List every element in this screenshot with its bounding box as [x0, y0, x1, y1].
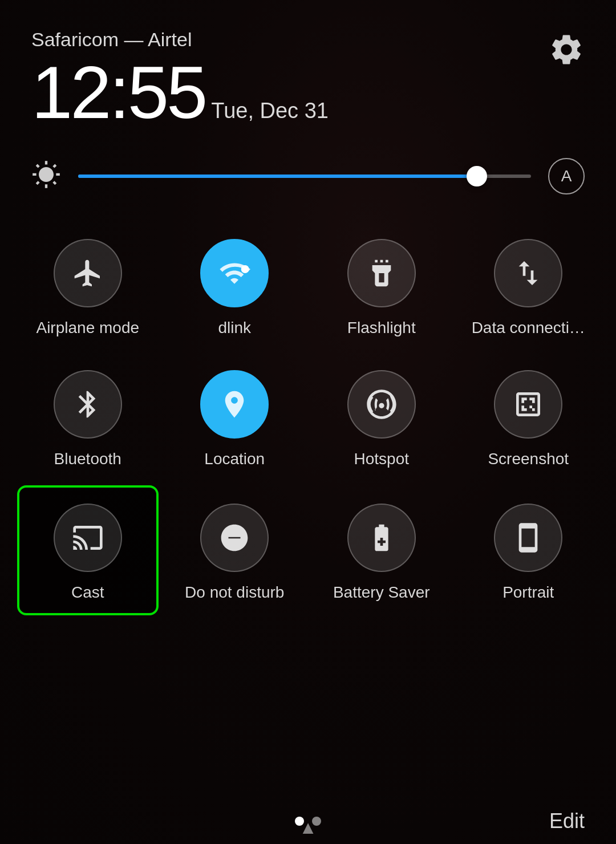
flashlight-icon	[366, 257, 398, 289]
battery-saver-label: Battery Saver	[333, 583, 430, 602]
carrier-text: Safaricom — Airtel	[31, 29, 585, 51]
airplane-icon	[72, 257, 104, 289]
bluetooth-icon-wrap	[54, 370, 122, 439]
quick-tiles-area: Airplane mode dlink Fl	[0, 212, 616, 810]
cast-icon	[72, 522, 104, 554]
do-not-disturb-icon-wrap	[200, 504, 269, 572]
wifi-icon	[218, 257, 250, 289]
portrait-icon-wrap	[494, 504, 562, 572]
up-arrow-indicator: ▲	[299, 817, 317, 838]
tile-battery-saver[interactable]: Battery Saver	[311, 485, 452, 615]
wifi-label: dlink	[218, 319, 251, 337]
tiles-row-3: Cast Do not disturb Battery Saver	[17, 485, 599, 615]
tile-screenshot[interactable]: Screenshot	[458, 354, 599, 480]
battery-saver-icon	[366, 522, 398, 554]
cast-label: Cast	[71, 583, 104, 602]
hotspot-icon-wrap	[347, 370, 416, 439]
location-icon-wrap	[200, 370, 269, 439]
flashlight-icon-wrap	[347, 239, 416, 307]
tiles-row-2: Bluetooth Location Hotspot	[17, 354, 599, 480]
screenshot-icon-wrap	[494, 370, 562, 439]
clock-date: Tue, Dec 31	[211, 99, 329, 123]
cast-icon-wrap	[54, 504, 122, 572]
tile-flashlight[interactable]: Flashlight	[311, 223, 452, 348]
bluetooth-label: Bluetooth	[54, 450, 121, 468]
battery-saver-icon-wrap	[347, 504, 416, 572]
screenshot-icon	[512, 388, 544, 420]
tile-portrait[interactable]: Portrait	[458, 485, 599, 615]
data-connection-icon	[512, 257, 544, 289]
tile-do-not-disturb[interactable]: Do not disturb	[164, 485, 306, 615]
header: Safaricom — Airtel 12:55 Tue, Dec 31	[0, 0, 616, 141]
hotspot-icon	[366, 388, 398, 420]
portrait-label: Portrait	[502, 583, 554, 602]
hotspot-label: Hotspot	[354, 450, 410, 468]
clock-time: 12:55	[31, 55, 205, 129]
tile-wifi[interactable]: dlink	[164, 223, 306, 348]
brightness-control: A	[0, 141, 616, 212]
data-connection-icon-wrap	[494, 239, 562, 307]
settings-icon[interactable]	[548, 31, 585, 68]
wifi-icon-wrap	[200, 239, 269, 307]
location-label: Location	[204, 450, 265, 468]
portrait-icon	[512, 522, 544, 554]
tile-bluetooth[interactable]: Bluetooth	[17, 354, 159, 480]
data-connection-label: Data connecti…	[472, 319, 585, 337]
brightness-icon	[31, 160, 61, 192]
do-not-disturb-icon	[218, 522, 250, 554]
edit-button[interactable]: Edit	[549, 809, 585, 833]
location-icon	[218, 388, 250, 420]
auto-brightness-button[interactable]: A	[548, 158, 585, 194]
tile-hotspot[interactable]: Hotspot	[311, 354, 452, 480]
tile-data-connection[interactable]: Data connecti…	[458, 223, 599, 348]
tiles-row-1: Airplane mode dlink Fl	[17, 223, 599, 348]
brightness-slider[interactable]	[78, 175, 531, 178]
flashlight-label: Flashlight	[347, 319, 416, 337]
airplane-mode-icon-wrap	[54, 239, 122, 307]
airplane-mode-label: Airplane mode	[36, 319, 139, 337]
tile-location[interactable]: Location	[164, 354, 306, 480]
bluetooth-icon	[72, 388, 104, 420]
tile-cast[interactable]: Cast	[17, 485, 159, 615]
screenshot-label: Screenshot	[488, 450, 569, 468]
tile-airplane-mode[interactable]: Airplane mode	[17, 223, 159, 348]
do-not-disturb-label: Do not disturb	[185, 583, 284, 602]
